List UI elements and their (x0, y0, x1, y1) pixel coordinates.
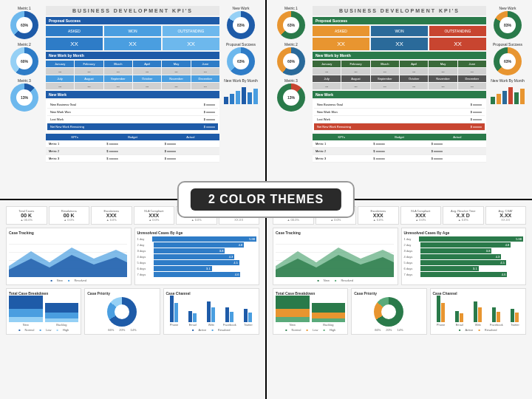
unresolved-chart: Unresolved Cases By Age 1 day5.98 2 day4… (134, 228, 260, 285)
breakdown-chart: Total Case Breakdown New Backlog ■Normal… (6, 288, 81, 335)
work-header: New Work (46, 91, 219, 98)
monthly-bars: New Work By Month (222, 78, 259, 106)
overlay-text: 2 COLOR THEMES (191, 188, 341, 211)
months-header: New Work by Month (46, 52, 219, 59)
priority-chart: Case Priority 66% 20% 14% (84, 288, 160, 335)
proposal-vals: XX XX XX (46, 38, 219, 50)
metric-1-donut: Metric 163% (6, 6, 43, 39)
area-chart-icon (9, 236, 127, 277)
work-rows: New Business Goal$ xxxxxx New Work Won$ … (46, 100, 219, 132)
proposal-header: Proposal Success (46, 17, 219, 24)
new-work-donut: New Work83% (222, 6, 259, 39)
stat-total: Total Cases00 K▲ 00.0% (6, 206, 47, 225)
metric-2-donut: Metric 260% (6, 42, 43, 75)
quad-bd-multi: Metric 163% Metric 260% Metric 313% BUSI… (267, 0, 532, 199)
overlay-badge: 2 COLOR THEMES (177, 181, 355, 218)
proposal-donut: Proposal Success63% (222, 42, 259, 75)
metric-3-donut: Metric 313% (6, 78, 43, 112)
quad-bd-blue: Metric 163% Metric 260% Metric 313% BUSI… (0, 0, 265, 199)
months-grid: JanuaryFebruaryMarchAprilMayJune -------… (46, 61, 219, 89)
quad-cases-green: Total Cases00 K▲ 00.0% Resolutions00 K▲ … (267, 200, 532, 399)
channel-chart: Case Channel Phone Email Web Facebook Tw… (163, 288, 260, 335)
kpi-table: KPI'sBudgetActual Metric 1$ xxxxxx$ xxxx… (46, 134, 219, 163)
proposal-cols: ASKED WON OUTSTANDING (46, 26, 219, 36)
case-tracking-chart: Case Tracking ■New ■Resolved (6, 228, 132, 285)
bd-title: BUSINESS DEVELOPMENT KPI'S (46, 6, 219, 16)
right-metrics: New Work83% Proposal Success63% New Work… (222, 6, 259, 193)
left-metrics: Metric 163% Metric 260% Metric 313% (6, 6, 43, 193)
quad-cases-blue: Total Cases00 K▲ 00.0% Resolutions00 K▲ … (0, 200, 265, 399)
